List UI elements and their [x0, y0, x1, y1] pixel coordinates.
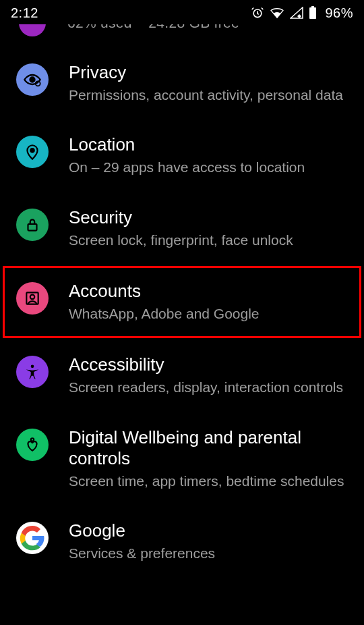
svg-rect-2	[311, 6, 314, 7]
settings-item-privacy[interactable]: Privacy Permissions, account activity, p…	[0, 47, 364, 119]
settings-item-wellbeing[interactable]: Digital Wellbeing and parental controls …	[0, 412, 364, 506]
cell-signal-icon	[290, 7, 303, 19]
wellbeing-heart-icon	[16, 429, 49, 461]
item-title: Location	[69, 134, 348, 155]
status-right: 96%	[251, 5, 353, 21]
svg-point-8	[30, 295, 35, 300]
settings-item-accounts[interactable]: Accounts WhatsApp, Adobe and Google	[3, 266, 361, 338]
item-title: Google	[69, 520, 348, 541]
status-time: 2:12	[11, 5, 38, 21]
svg-point-10	[31, 438, 34, 441]
lock-icon	[16, 209, 49, 241]
item-title: Accounts	[69, 281, 348, 302]
settings-item-accessibility[interactable]: Accessibility Screen readers, display, i…	[0, 339, 364, 412]
item-subtitle: Screen readers, display, interaction con…	[69, 378, 348, 397]
item-text: Digital Wellbeing and parental controls …	[69, 427, 348, 491]
item-text: Google Services & preferences	[69, 520, 348, 563]
status-left: 2:12	[11, 5, 38, 21]
alarm-icon	[251, 6, 264, 20]
item-text: Privacy Permissions, account activity, p…	[69, 62, 348, 105]
svg-point-9	[31, 365, 34, 369]
item-text: Security Screen lock, fingerprint, face …	[69, 207, 348, 250]
settings-screen: 2:12 96% 62% used 24.28 GB free	[0, 0, 364, 625]
item-text: Accessibility Screen readers, display, i…	[69, 354, 348, 397]
svg-point-5	[30, 148, 34, 152]
svg-point-3	[30, 78, 35, 82]
item-subtitle: Screen lock, fingerprint, face unlock	[69, 231, 348, 250]
storage-subtitle: 62% used 24.28 GB free	[67, 24, 239, 31]
battery-icon	[309, 6, 317, 20]
item-subtitle: Screen time, app timers, bedtime schedul…	[69, 472, 348, 491]
settings-list[interactable]: Privacy Permissions, account activity, p…	[0, 47, 364, 578]
item-title: Digital Wellbeing and parental controls	[69, 427, 348, 469]
accessibility-icon	[16, 356, 49, 388]
svg-rect-1	[309, 7, 316, 19]
settings-item-google[interactable]: Google Services & preferences	[0, 506, 364, 578]
location-pin-icon	[16, 136, 49, 168]
item-text: Location On – 29 apps have access to loc…	[69, 134, 348, 177]
battery-percent: 96%	[325, 5, 353, 21]
status-bar: 2:12 96%	[0, 0, 364, 24]
eye-privacy-icon	[16, 63, 49, 96]
wifi-icon	[270, 7, 284, 19]
google-g-icon	[16, 522, 49, 554]
settings-item-location[interactable]: Location On – 29 apps have access to loc…	[0, 119, 364, 192]
svg-rect-6	[28, 224, 37, 231]
item-subtitle: On – 29 apps have access to location	[69, 158, 348, 177]
storage-item-truncated[interactable]: 62% used 24.28 GB free	[0, 24, 364, 47]
account-icon	[16, 282, 49, 315]
item-title: Accessibility	[69, 354, 348, 375]
item-title: Privacy	[69, 62, 348, 83]
storage-icon	[19, 24, 46, 36]
item-subtitle: Services & preferences	[69, 544, 348, 563]
item-title: Security	[69, 207, 348, 228]
settings-item-security[interactable]: Security Screen lock, fingerprint, face …	[0, 192, 364, 265]
item-subtitle: Permissions, account activity, personal …	[69, 86, 348, 105]
item-text: Accounts WhatsApp, Adobe and Google	[69, 281, 348, 323]
item-subtitle: WhatsApp, Adobe and Google	[69, 304, 348, 323]
